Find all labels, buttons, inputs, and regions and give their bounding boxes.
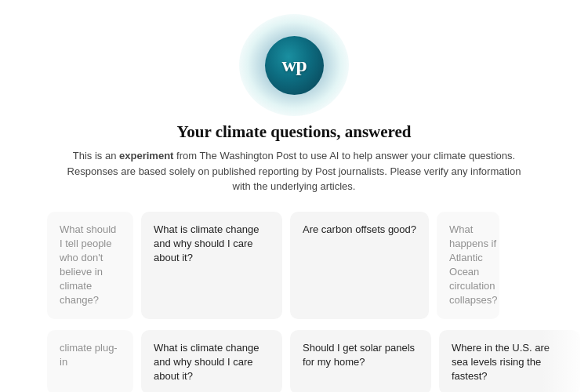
card-r1-1[interactable]: What is climate change and why should I … — [141, 212, 282, 319]
main-title: Your climate questions, answered — [63, 122, 525, 142]
card-r2-0[interactable]: climate plug-in — [47, 330, 133, 392]
card-r2-2[interactable]: Should I get solar panels for my home? — [290, 330, 431, 392]
card-r1-0[interactable]: What should I tell people who don't beli… — [47, 212, 133, 319]
cards-row-1: What should I tell people who don't beli… — [0, 205, 588, 324]
logo-circle: wp — [265, 36, 324, 95]
card-r2-3[interactable]: Where in the U.S. are sea levels rising … — [439, 330, 580, 392]
card-r1-2[interactable]: Are carbon offsets good? — [290, 212, 429, 319]
cards-wrapper: What should I tell people who don't beli… — [0, 205, 588, 393]
logo-area: wp — [0, 0, 588, 122]
card-r2-3-text: Where in the U.S. are sea levels rising … — [452, 341, 568, 384]
logo-glow: wp — [239, 14, 349, 116]
card-r1-3[interactable]: What happens if Atlantic Ocean circulati… — [437, 212, 499, 319]
header-section: Your climate questions, answered This is… — [0, 122, 588, 205]
card-r2-1-text: What is climate change and why should I … — [154, 341, 270, 384]
card-r2-0-text: climate plug-in — [60, 341, 121, 369]
wp-logo: wp — [281, 53, 306, 77]
card-r1-3-text: What happens if Atlantic Ocean circulati… — [449, 223, 497, 308]
card-r1-0-text: What should I tell people who don't beli… — [60, 223, 121, 308]
card-r1-1-text: What is climate change and why should I … — [154, 223, 270, 266]
cards-row-2: climate plug-in What is climate change a… — [0, 324, 588, 392]
subtitle: This is an experiment from The Washingto… — [63, 148, 525, 194]
card-r2-2-text: Should I get solar panels for my home? — [303, 341, 419, 369]
subtitle-prefix: This is an — [73, 150, 119, 162]
card-r1-2-text: Are carbon offsets good? — [303, 223, 416, 237]
card-r2-1[interactable]: What is climate change and why should I … — [141, 330, 282, 392]
subtitle-bold: experiment — [119, 150, 173, 162]
